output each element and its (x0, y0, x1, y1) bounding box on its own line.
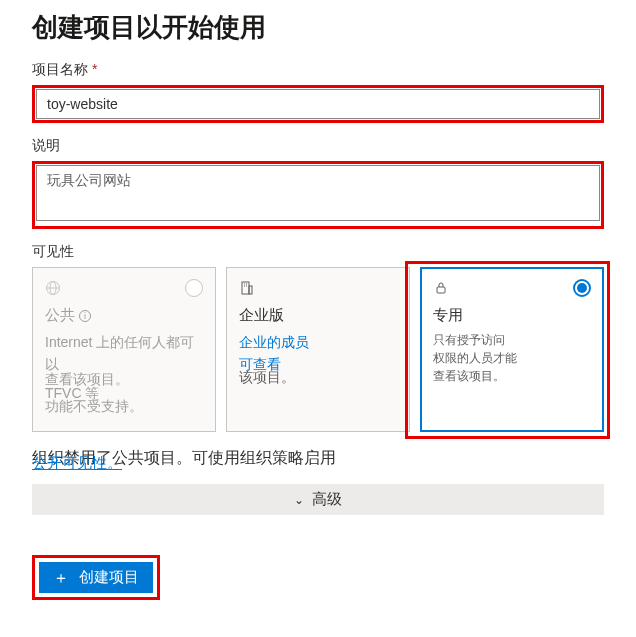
radio-public (185, 279, 203, 297)
title-text: 公共 (45, 306, 75, 323)
description-field: 说明 玩具公司网站 (32, 137, 604, 229)
private-desc-3: 查看该项目。 (433, 367, 591, 385)
private-title: 专用 (433, 306, 591, 325)
advanced-toggle[interactable]: ⌄高级 (32, 484, 604, 515)
public-desc-4: 功能不受支持。 (45, 395, 203, 417)
lock-icon (433, 280, 449, 296)
description-input[interactable]: 玩具公司网站 (36, 165, 600, 221)
svg-rect-3 (242, 282, 249, 294)
project-name-field: 项目名称* (32, 61, 604, 123)
create-project-button[interactable]: ＋ 创建项目 (39, 562, 153, 593)
public-disabled-note: 组织禁用了公共项目。可使用组织策略启用 公开可见性。 (32, 446, 604, 475)
create-button-highlight: ＋ 创建项目 (32, 555, 160, 600)
svg-rect-9 (437, 287, 445, 293)
visibility-option-enterprise[interactable]: 企业版 企业的成员 可查看 该项目。 (226, 267, 410, 432)
radio-private[interactable] (573, 279, 591, 297)
enterprise-title: 企业版 (239, 306, 397, 325)
description-highlight: 玩具公司网站 (32, 161, 604, 229)
plus-icon: ＋ (53, 570, 69, 586)
required-mark: * (92, 61, 97, 77)
visibility-label: 可见性 (32, 243, 604, 261)
visibility-option-public: 公共i Internet 上的任何人都可以 查看该项目。 TFVC 等 功能不受… (32, 267, 216, 432)
chevron-down-icon: ⌄ (294, 493, 304, 507)
advanced-label: 高级 (312, 490, 342, 507)
svg-rect-4 (249, 286, 252, 294)
visibility-option-private[interactable]: 专用 只有授予访问 权限的人员才能 查看该项目。 (420, 267, 604, 432)
label-text: 项目名称 (32, 61, 88, 77)
building-icon (239, 280, 255, 296)
project-name-input[interactable] (36, 89, 600, 119)
globe-icon (45, 280, 61, 296)
info-icon: i (79, 310, 91, 322)
enterprise-link-1: 企业的成员 (239, 331, 397, 353)
project-name-highlight (32, 85, 604, 123)
public-title: 公共i (45, 306, 203, 325)
visibility-section: 可见性 公共i Internet 上的任何人都可以 查看该项目。 TFVC 等 … (32, 243, 604, 432)
private-desc-2: 权限的人员才能 (433, 349, 591, 367)
project-name-label: 项目名称* (32, 61, 604, 79)
description-label: 说明 (32, 137, 604, 155)
create-button-label: 创建项目 (79, 568, 139, 587)
enterprise-desc-after: 该项目。 (239, 366, 397, 388)
private-desc-1: 只有授予访问 (433, 331, 591, 349)
page-title: 创建项目以开始使用 (32, 10, 604, 45)
